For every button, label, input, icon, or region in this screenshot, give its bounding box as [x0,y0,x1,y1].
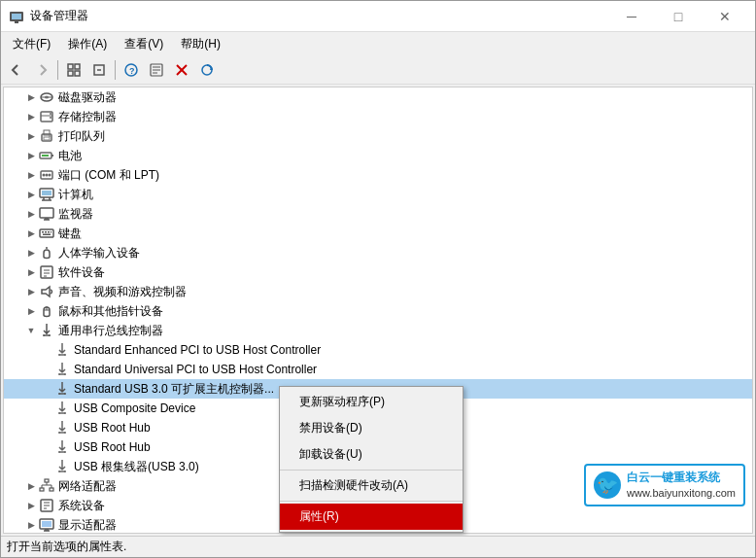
close-button[interactable]: ✕ [703,1,747,32]
tree-item-port[interactable]: ▶ 端口 (COM 和 LPT) [4,165,752,185]
menu-help[interactable]: 帮助(H) [173,34,228,54]
usb-30-icon [54,381,70,397]
expand-arrow-disk[interactable]: ▶ [23,89,39,105]
expand-arrow-hid[interactable]: ▶ [23,245,39,261]
tree-item-keyboard[interactable]: ▶ 键盘 [4,224,752,243]
toolbar-back[interactable] [5,58,28,82]
svg-rect-1 [12,14,21,19]
window-controls: ─ □ ✕ [609,1,747,32]
toolbar-scan[interactable] [195,58,219,82]
expand-arrow-software[interactable]: ▶ [23,264,39,280]
tree-item-sound[interactable]: ▶ 声音、视频和游戏控制器 [4,282,752,301]
expand-arrow-monitor[interactable]: ▶ [23,206,39,222]
tree-item-monitor[interactable]: ▶ 监视器 [4,204,752,224]
maximize-button[interactable]: □ [656,1,701,32]
expand-arrow-keyboard[interactable]: ▶ [23,226,39,241]
ctx-scan[interactable]: 扫描检测硬件改动(A) [280,472,463,499]
svg-point-36 [49,174,52,177]
tree-item-print[interactable]: ▶ 打印队列 [4,126,752,146]
svg-rect-42 [40,208,53,218]
svg-point-35 [46,174,49,177]
system-icon [39,498,54,513]
window-title: 设备管理器 [30,8,88,24]
svg-rect-61 [40,488,44,491]
tree-item-storage[interactable]: ▶ 存储控制器 [4,107,752,126]
svg-rect-4 [75,64,80,69]
ctx-uninstall[interactable]: 卸载设备(U) [280,441,463,468]
expand-arrow-battery[interactable]: ▶ [23,148,39,163]
svg-rect-46 [40,229,53,237]
svg-rect-48 [45,231,47,233]
watermark-text: 白云一键重装系统 www.baiyunxitong.com [627,470,736,501]
tree-item-computer[interactable]: ▶ 计算机 [4,185,752,204]
title-bar-left: 设备管理器 [9,8,88,24]
ctx-separator-1 [280,470,463,471]
computer-icon [39,187,54,202]
tree-item-software[interactable]: ▶ 软件设备 [4,262,752,282]
toolbar-properties[interactable] [145,58,168,82]
menu-bar: 文件(F) 操作(A) 查看(V) 帮助(H) [1,32,755,55]
tree-item-usb-universal[interactable]: ▶ Standard Universal PCI to USB Host Con… [4,360,752,379]
tree-item-hid[interactable]: ▶ 人体学输入设备 [4,243,752,262]
expand-arrow-usb-ctrl[interactable]: ▼ [23,323,39,338]
toolbar-forward[interactable] [30,58,53,82]
tree-item-disk[interactable]: ▶ 磁盘驱动器 [4,87,752,107]
svg-point-24 [50,113,52,115]
menu-action[interactable]: 操作(A) [60,34,115,54]
toolbar-sep1 [57,60,58,80]
toolbar-collapse[interactable] [87,58,111,82]
expand-arrow-network[interactable]: ▶ [23,478,39,494]
storage-icon [39,109,54,124]
menu-file[interactable]: 文件(F) [5,34,58,54]
svg-rect-62 [50,488,53,491]
monitor-icon [39,206,54,222]
svg-rect-72 [42,521,52,527]
network-icon [39,478,54,494]
toolbar: ? [1,55,755,85]
svg-marker-57 [42,287,50,296]
status-bar: 打开当前选项的属性表. [1,536,755,557]
svg-rect-51 [43,234,51,236]
tree-item-battery[interactable]: ▶ 电池 [4,146,752,165]
svg-rect-6 [75,71,80,76]
expand-arrow-storage[interactable]: ▶ [23,109,39,124]
toolbar-sep2 [115,60,116,80]
expand-arrow-sound[interactable]: ▶ [23,284,39,299]
app-icon [9,9,24,24]
keyboard-icon [39,226,54,241]
toolbar-help[interactable]: ? [120,58,143,82]
status-text: 打开当前选项的属性表. [7,539,126,555]
ctx-update-driver[interactable]: 更新驱动程序(P) [280,389,463,415]
tree-item-usb-enhanced[interactable]: ▶ Standard Enhanced PCI to USB Host Cont… [4,340,752,360]
expand-arrow-print[interactable]: ▶ [23,128,39,144]
context-menu: 更新驱动程序(P) 禁用设备(D) 卸载设备(U) 扫描检测硬件改动(A) 属性… [279,386,464,533]
svg-rect-2 [15,21,18,23]
expand-arrow-display[interactable]: ▶ [23,517,39,533]
watermark: 🐦 白云一键重装系统 www.baiyunxitong.com [584,464,745,506]
toolbar-expand[interactable] [62,58,86,82]
device-manager-window: 设备管理器 ─ □ ✕ 文件(F) 操作(A) 查看(V) 帮助(H) [0,0,756,558]
svg-rect-41 [42,191,52,195]
toolbar-delete[interactable] [170,58,193,82]
svg-rect-50 [51,231,52,233]
expand-arrow-port[interactable]: ▶ [23,167,39,183]
menu-view[interactable]: 查看(V) [117,34,171,54]
expand-arrow-computer[interactable]: ▶ [23,187,39,202]
disk-icon [39,89,54,105]
usb-root1-icon [54,420,70,436]
svg-point-25 [50,117,52,119]
tree-item-mouse[interactable]: ▶ 鼠标和其他指针设备 [4,301,752,321]
expand-arrow-system[interactable]: ▶ [23,498,39,513]
ctx-properties[interactable]: 属性(R) [280,504,463,530]
tree-item-usb-ctrl[interactable]: ▼ 通用串行总线控制器 [4,321,752,340]
ctx-disable[interactable]: 禁用设备(D) [280,415,463,441]
svg-point-29 [49,135,51,137]
svg-rect-32 [42,155,49,157]
usb-ctrl-icon [39,323,54,338]
minimize-button[interactable]: ─ [609,1,654,32]
svg-rect-5 [68,71,73,76]
content-area: ▶ 磁盘驱动器 ▶ [1,85,755,536]
hid-icon [39,245,54,261]
expand-arrow-mouse[interactable]: ▶ [23,303,39,319]
usb-root3-icon [54,459,70,474]
